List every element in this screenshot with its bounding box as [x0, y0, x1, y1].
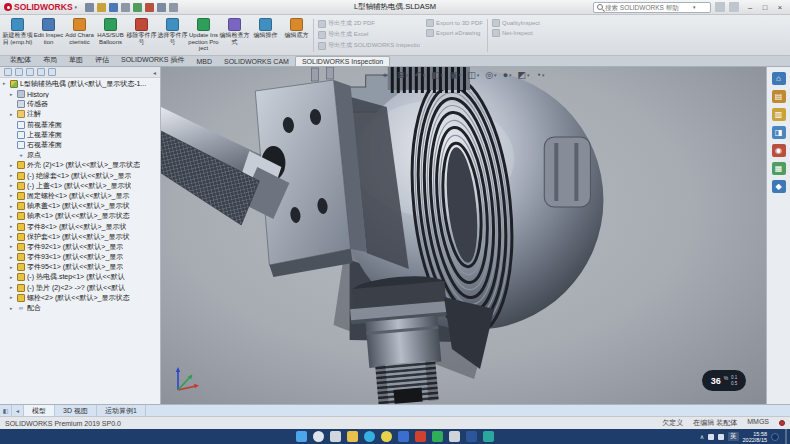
task-view-button[interactable] [330, 431, 341, 442]
expand-arrow-icon[interactable] [10, 234, 15, 239]
ribbon-export-button[interactable]: Export eDrawing [426, 29, 483, 37]
expand-arrow-icon[interactable] [10, 204, 15, 209]
ribbon-button[interactable]: 新建检查项目 (emp.hi) [2, 16, 33, 55]
hide-show-items-icon[interactable]: ◎ [485, 70, 496, 80]
expand-arrow-icon[interactable] [10, 132, 15, 137]
tree-item[interactable]: 固定螺栓<1> (默认<<默认>_显示 [0, 191, 160, 201]
expand-arrow-icon[interactable] [10, 214, 15, 219]
app-navy[interactable] [466, 431, 477, 442]
ribbon-button[interactable]: 编辑检查方式 [219, 16, 250, 55]
tree-item[interactable]: 前视基准面 [0, 120, 160, 130]
ribbon-tab[interactable]: 评估 [89, 54, 115, 66]
ribbon-tab[interactable]: SOLIDWORKS CAM [218, 57, 295, 66]
solidworks-resources-icon[interactable]: ⌂ [772, 72, 786, 85]
chrome-app[interactable] [381, 431, 392, 442]
propertymanager-tab[interactable] [15, 68, 23, 76]
expand-arrow-icon[interactable] [10, 255, 15, 260]
network-icon[interactable] [708, 434, 714, 440]
view-orientation-icon[interactable]: ▣ [449, 70, 461, 80]
tree-item[interactable]: 零件93<1> (默认<<默认>_显示 [0, 252, 160, 262]
expand-arrow-icon[interactable] [10, 92, 15, 97]
ribbon-export-button[interactable]: 导出生成 Excel [318, 30, 420, 39]
open-icon[interactable] [97, 3, 106, 12]
heads-up-caret-icon[interactable] [509, 70, 512, 80]
ribbon-export-button[interactable]: Net-Inspect [492, 29, 540, 37]
expand-arrow-icon[interactable] [10, 143, 15, 148]
expand-arrow-icon[interactable] [10, 295, 15, 300]
heads-up-caret-icon[interactable] [459, 70, 462, 80]
status-item[interactable]: 在编辑 装配体 [693, 418, 737, 428]
expand-arrow-icon[interactable] [10, 224, 15, 229]
expand-arrow-icon[interactable] [10, 183, 15, 188]
model-3d-view[interactable] [161, 67, 766, 404]
rebuild-icon[interactable] [145, 3, 154, 12]
help-search-box[interactable]: ▾ [593, 2, 711, 13]
heads-up-caret-icon[interactable] [494, 70, 497, 80]
tree-item[interactable]: 上视基准面 [0, 130, 160, 140]
app-gray[interactable] [449, 431, 460, 442]
view-palette-icon[interactable]: ◨ [772, 126, 786, 139]
previous-view-icon[interactable]: ↶ [414, 70, 425, 80]
configurationmanager-tab[interactable] [26, 68, 34, 76]
ribbon-tab[interactable]: SOLIDWORKS 插件 [115, 54, 190, 66]
split-view-icon[interactable]: ◧ [0, 405, 12, 416]
new-document-icon[interactable] [85, 3, 94, 12]
file-explorer-app[interactable] [347, 431, 358, 442]
tree-item[interactable]: 传感器 [0, 99, 160, 109]
view-settings-icon[interactable]: ◔ [536, 70, 545, 80]
tree-item[interactable]: 轴承盖<1> (默认<<默认>_显示状 [0, 201, 160, 211]
ribbon-tab[interactable]: 草图 [63, 54, 89, 66]
featuremanager-tab[interactable] [4, 68, 12, 76]
expand-arrow-icon[interactable] [10, 153, 15, 158]
tree-item[interactable]: 螺栓<2> (默认<<默认>_显示状态 [0, 293, 160, 303]
view-tab[interactable]: 模型 [24, 405, 55, 416]
notification-center-button[interactable] [771, 433, 779, 441]
search-caret-icon[interactable]: ▾ [693, 4, 696, 10]
appearances-icon[interactable]: ◉ [772, 144, 786, 157]
solidworks-app[interactable] [415, 431, 426, 442]
tree-item[interactable]: (-) 垫片 (2)<2> ->? (默认<<默认 [0, 283, 160, 293]
app-teal[interactable] [483, 431, 494, 442]
display-style-icon[interactable]: ◫ [467, 70, 479, 80]
ribbon-button[interactable]: 选择零件序号 [157, 16, 188, 55]
maximize-button[interactable]: □ [758, 1, 772, 13]
tree-item[interactable]: (-) 绝缘套<1> (默认<<默认>_显示 [0, 171, 160, 181]
heads-up-caret-icon[interactable] [477, 70, 480, 80]
expand-arrow-icon[interactable] [10, 244, 15, 249]
heads-up-caret-icon[interactable] [542, 70, 545, 80]
tree-item[interactable]: (-) 上盖<1> (默认<<默认>_显示状 [0, 181, 160, 191]
tree-item[interactable]: (-) 热电偶.step<1> (默认<<默认 [0, 272, 160, 282]
show-desktop-button[interactable] [785, 429, 787, 444]
ribbon-button[interactable]: HAS/SUB Balloons [95, 16, 126, 55]
ribbon-export-button[interactable]: 导出生成 2D PDF [318, 19, 420, 28]
expand-arrow-icon[interactable] [10, 102, 15, 107]
app-blue[interactable] [398, 431, 409, 442]
solidworks-logo[interactable]: SOLIDWORKS ▾ [0, 2, 81, 12]
search-button[interactable] [313, 431, 324, 442]
file-explorer-pane-icon[interactable]: ▥ [772, 108, 786, 121]
tree-item[interactable]: History [0, 89, 160, 99]
custom-properties-icon[interactable]: ▦ [772, 162, 786, 175]
tree-item[interactable]: 轴承<1> (默认<<默认>_显示状态 [0, 211, 160, 221]
expand-arrow-icon[interactable] [10, 193, 15, 198]
section-view-icon[interactable]: ◧ [431, 70, 443, 80]
heads-up-caret-icon[interactable] [389, 70, 392, 80]
tree-item[interactable]: 外壳 (2)<1> (默认<<默认>_显示状态 [0, 160, 160, 170]
ribbon-tab[interactable]: 布局 [37, 54, 63, 66]
ribbon-export-button[interactable]: Export to 3D PDF [426, 19, 483, 27]
file-properties-icon[interactable] [169, 3, 178, 12]
edge-app[interactable] [364, 431, 375, 442]
hidden-icons-chevron[interactable]: ∧ [700, 433, 704, 440]
tree-item[interactable]: 右视基准面 [0, 140, 160, 150]
user-icon[interactable] [715, 2, 725, 12]
graphics-viewport[interactable]: ⌖ ⊞ ↶ ◧ ▣ ◫ ◎ ● ◩ ◔ [161, 67, 766, 404]
panel-collapse-arrow-icon[interactable]: ◂ [153, 69, 156, 76]
save-icon[interactable] [109, 3, 118, 12]
ribbon-button[interactable]: 编辑操作 [250, 16, 281, 55]
tree-item[interactable]: 零件8<1> (默认<<默认>_显示状 [0, 221, 160, 231]
status-item[interactable]: 欠定义 [662, 418, 683, 428]
ribbon-tab[interactable]: SOLIDWORKS Inspection [295, 56, 390, 66]
view-tab[interactable]: 3D 视图 [55, 405, 97, 416]
menu-caret-icon[interactable]: ▾ [75, 4, 78, 10]
ribbon-button[interactable]: 移除零件序号 [126, 16, 157, 55]
